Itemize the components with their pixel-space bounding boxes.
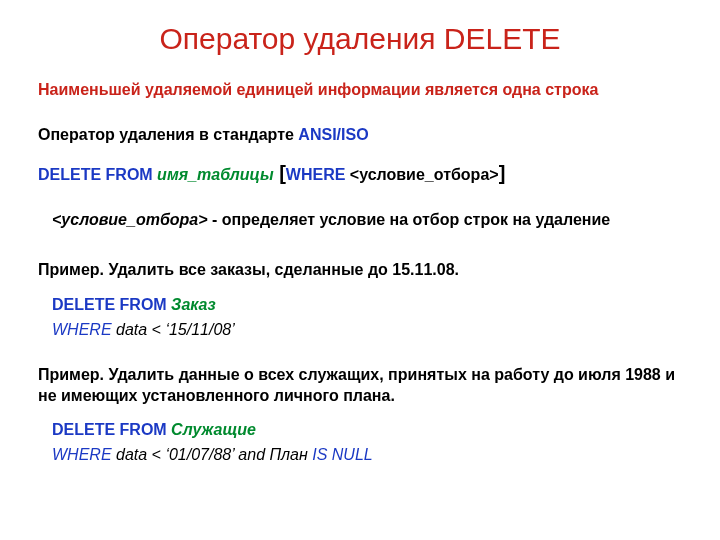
syntax-line: DELETE FROM имя_таблицы [WHERE <условие_… <box>38 160 682 186</box>
example1-line2: WHERE data < ‘15/11/08’ <box>38 320 682 341</box>
ex2-table: Служащие <box>171 421 256 438</box>
ex2-mid: data < ‘01/07/88’ and План <box>112 446 313 463</box>
ex1-where: WHERE <box>52 321 112 338</box>
syntax-close: ] <box>499 162 506 184</box>
standard-prefix: Оператор удаления в стандарте <box>38 126 298 143</box>
syntax-table: имя_таблицы <box>157 166 273 183</box>
standard-line: Оператор удаления в стандарте ANSI/ISO <box>38 125 682 146</box>
cond-note: <условие_отбора> - определяет условие на… <box>38 210 682 231</box>
syntax-open: [ <box>274 162 286 184</box>
syntax-cond: <условие_отбора> <box>350 166 499 183</box>
example2-prompt: Пример. Удалить данные о всех служащих, … <box>38 365 682 407</box>
example1-line1: DELETE FROM Заказ <box>38 295 682 316</box>
syntax-delete-from: DELETE FROM <box>38 166 157 183</box>
slide: Оператор удаления DELETE Наименьшей удал… <box>0 0 720 540</box>
ex1-rest: data < ‘15/11/08’ <box>112 321 235 338</box>
intro-text: Наименьшей удаляемой единицей информации… <box>38 80 682 101</box>
ex2-where: WHERE <box>52 446 112 463</box>
cond-note-rest: - определяет условие на отбор строк на у… <box>208 211 611 228</box>
ex1-delete-from: DELETE FROM <box>52 296 171 313</box>
ex1-table: Заказ <box>171 296 216 313</box>
syntax-where: WHERE <box>286 166 350 183</box>
standard-ansi: ANSI/ISO <box>298 126 368 143</box>
cond-note-cond: <условие_отбора> <box>52 211 208 228</box>
example1-prompt: Пример. Удалить все заказы, сделанные до… <box>38 260 682 281</box>
example2-line2: WHERE data < ‘01/07/88’ and План IS NULL <box>38 445 682 466</box>
example2-line1: DELETE FROM Служащие <box>38 420 682 441</box>
ex2-delete-from: DELETE FROM <box>52 421 171 438</box>
slide-title: Оператор удаления DELETE <box>38 22 682 56</box>
ex2-isnull: IS NULL <box>312 446 372 463</box>
